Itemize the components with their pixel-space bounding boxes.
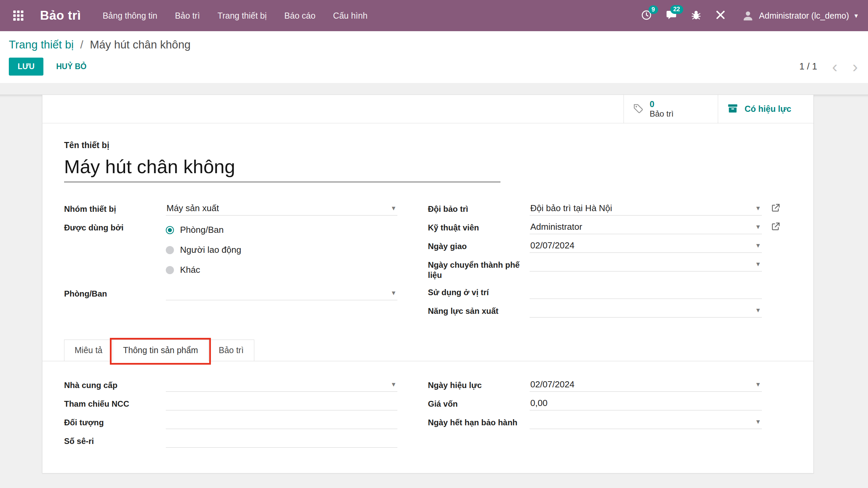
vendor-reference-label: Tham chiếu NCC bbox=[64, 395, 166, 409]
vendor-row: Nhà cung cấp ▾ bbox=[64, 376, 397, 392]
department-row: Phòng/Ban ▾ bbox=[64, 285, 397, 300]
breadcrumb: Trang thiết bị / Máy hút chân không bbox=[9, 38, 858, 52]
user-menu-button[interactable]: Administrator (lc_demo) ▾ bbox=[742, 9, 858, 22]
radio-option-label: Khác bbox=[180, 265, 200, 275]
dropdown-caret-icon: ▾ bbox=[756, 306, 760, 314]
department-field[interactable]: ▾ bbox=[166, 285, 397, 300]
vendor-reference-field[interactable] bbox=[166, 395, 397, 410]
cost-label: Giá vốn bbox=[428, 395, 530, 409]
effective-date-label: Ngày hiệu lực bbox=[428, 376, 530, 390]
warranty-expiration-row: Ngày hết hạn bảo hành ▾ bbox=[428, 413, 792, 429]
effective-date-value: 02/07/2024 bbox=[530, 379, 574, 389]
warranty-expiration-field[interactable]: ▾ bbox=[530, 413, 762, 429]
scrap-date-field[interactable]: ▾ bbox=[530, 256, 762, 271]
tab-right-column: Ngày hiệu lực 02/07/2024 ▾ Giá vốn 0,00 bbox=[428, 376, 792, 451]
maintenance-team-label: Đội bảo trì bbox=[428, 200, 530, 214]
used-by-row: Được dùng bởi Phòng/Ban Người lao động bbox=[64, 219, 397, 280]
tools-icon bbox=[715, 9, 726, 22]
technician-field[interactable]: Administrator ▾ bbox=[530, 219, 762, 234]
model-field[interactable] bbox=[166, 413, 397, 429]
activity-menu-button[interactable]: 9 bbox=[641, 9, 652, 22]
nav-item-bao-tri[interactable]: Bảo trì bbox=[175, 8, 200, 23]
device-name-label: Tên thiết bị bbox=[64, 140, 792, 150]
cost-value: 0,00 bbox=[530, 398, 548, 408]
nav-item-bang-thong-tin[interactable]: Bảng thông tin bbox=[103, 8, 157, 23]
pager-next-icon[interactable]: › bbox=[852, 62, 858, 72]
radio-selected-icon bbox=[166, 226, 174, 234]
tab-thong-tin-san-pham[interactable]: Thông tin sản phẩm bbox=[113, 340, 209, 361]
scrap-date-row: Ngày chuyển thành phế liệu ▾ bbox=[428, 256, 792, 280]
model-label: Đối tượng bbox=[64, 413, 166, 428]
assigned-date-field[interactable]: 02/07/2024 ▾ bbox=[530, 237, 762, 253]
save-button[interactable]: LƯU bbox=[9, 58, 43, 76]
nav-item-trang-thiet-bi[interactable]: Trang thiết bị bbox=[218, 8, 267, 23]
tab-bar: Miêu tả Thông tin sản phẩm Bảo trì bbox=[42, 340, 813, 361]
bug-icon bbox=[691, 9, 702, 22]
category-value: Máy sản xuất bbox=[166, 203, 219, 213]
messages-menu-button[interactable]: 22 bbox=[666, 9, 677, 22]
used-in-location-row: Sử dụng ở vị trí bbox=[428, 283, 792, 299]
dropdown-caret-icon: ▾ bbox=[756, 204, 760, 212]
vendor-field[interactable]: ▾ bbox=[166, 376, 397, 392]
nav-item-bao-cao[interactable]: Báo cáo bbox=[284, 8, 316, 23]
nav-item-cau-hinh[interactable]: Cấu hình bbox=[333, 8, 367, 23]
archive-box-icon bbox=[727, 103, 738, 116]
breadcrumb-parent-link[interactable]: Trang thiết bị bbox=[9, 38, 74, 51]
serial-number-label: Số sê-ri bbox=[64, 432, 166, 446]
scrap-date-label: Ngày chuyển thành phế liệu bbox=[428, 256, 530, 280]
serial-number-field[interactable] bbox=[166, 432, 397, 448]
dropdown-caret-icon: ▾ bbox=[756, 241, 760, 249]
assigned-date-value: 02/07/2024 bbox=[530, 240, 574, 250]
tab-bao-tri[interactable]: Bảo trì bbox=[208, 340, 254, 361]
message-count-badge: 22 bbox=[670, 5, 683, 14]
pager-previous-icon[interactable]: ‹ bbox=[832, 62, 837, 72]
tab-left-column: Nhà cung cấp ▾ Tham chiếu NCC Đối tư bbox=[64, 376, 397, 451]
app-title[interactable]: Bảo trì bbox=[40, 8, 81, 23]
user-caret-down-icon: ▾ bbox=[854, 12, 858, 20]
maintenance-team-field[interactable]: Đội bảo trì tại Hà Nội ▾ bbox=[530, 200, 762, 216]
radio-unselected-icon bbox=[166, 246, 174, 254]
maintenance-stat-button[interactable]: 0 Bảo trì bbox=[624, 95, 718, 123]
main-content: 0 Bảo trì Có hiệu lực Tên thiết bị Máy h… bbox=[0, 95, 868, 488]
user-name-label: Administrator (lc_demo) bbox=[759, 11, 849, 21]
model-row: Đối tượng bbox=[64, 413, 397, 429]
active-toggle-button[interactable]: Có hiệu lực bbox=[718, 95, 813, 123]
effective-date-row: Ngày hiệu lực 02/07/2024 ▾ bbox=[428, 376, 792, 392]
discard-button[interactable]: HUỶ BỎ bbox=[56, 62, 86, 71]
breadcrumb-current: Máy hút chân không bbox=[90, 38, 191, 51]
dropdown-caret-icon: ▾ bbox=[756, 380, 760, 388]
technician-value: Administrator bbox=[530, 222, 582, 232]
debug-menu-button[interactable] bbox=[691, 9, 702, 22]
form-left-column: Nhóm thiết bị Máy sản xuất ▾ Được dùng b… bbox=[64, 200, 397, 321]
dropdown-caret-icon: ▾ bbox=[392, 204, 395, 212]
capacity-row: Năng lực sản xuất ▾ bbox=[428, 302, 792, 318]
top-navbar: Bảo trì Bảng thông tin Bảo trì Trang thi… bbox=[0, 0, 868, 31]
dropdown-caret-icon: ▾ bbox=[392, 289, 395, 297]
radio-option-nguoi-lao-dong[interactable]: Người lao động bbox=[166, 240, 241, 260]
main-menu: Bảng thông tin Bảo trì Trang thiết bị Bá… bbox=[103, 8, 368, 23]
external-link-icon[interactable] bbox=[771, 221, 781, 231]
used-in-location-field[interactable] bbox=[530, 283, 762, 299]
effective-date-field[interactable]: 02/07/2024 ▾ bbox=[530, 376, 762, 392]
category-row: Nhóm thiết bị Máy sản xuất ▾ bbox=[64, 200, 397, 216]
vendor-reference-row: Tham chiếu NCC bbox=[64, 395, 397, 410]
warranty-expiration-label: Ngày hết hạn bảo hành bbox=[428, 413, 530, 428]
capacity-field[interactable]: ▾ bbox=[530, 302, 762, 318]
radio-option-phong-ban[interactable]: Phòng/Ban bbox=[166, 220, 241, 240]
radio-option-khac[interactable]: Khác bbox=[166, 260, 241, 280]
equipment-form-card: 0 Bảo trì Có hiệu lực Tên thiết bị Máy h… bbox=[42, 95, 814, 473]
form-grid: Nhóm thiết bị Máy sản xuất ▾ Được dùng b… bbox=[64, 200, 792, 321]
form-right-column: Đội bảo trì Đội bảo trì tại Hà Nội ▾ Kỹ … bbox=[428, 200, 792, 321]
external-link-icon[interactable] bbox=[771, 203, 781, 213]
pager-count: 1 / 1 bbox=[799, 61, 817, 72]
active-state-label: Có hiệu lực bbox=[745, 104, 791, 114]
apps-grid-icon[interactable] bbox=[10, 7, 26, 24]
assigned-date-row: Ngày giao 02/07/2024 ▾ bbox=[428, 237, 792, 253]
assigned-date-label: Ngày giao bbox=[428, 237, 530, 251]
tab-mieu-ta[interactable]: Miêu tả bbox=[64, 340, 113, 361]
tools-menu-button[interactable] bbox=[715, 9, 726, 22]
technician-row: Kỹ thuật viên Administrator ▾ bbox=[428, 219, 792, 234]
cost-field[interactable]: 0,00 bbox=[530, 395, 762, 410]
device-name-input[interactable]: Máy hút chân không bbox=[64, 156, 500, 182]
equipment-category-field[interactable]: Máy sản xuất ▾ bbox=[166, 200, 397, 216]
